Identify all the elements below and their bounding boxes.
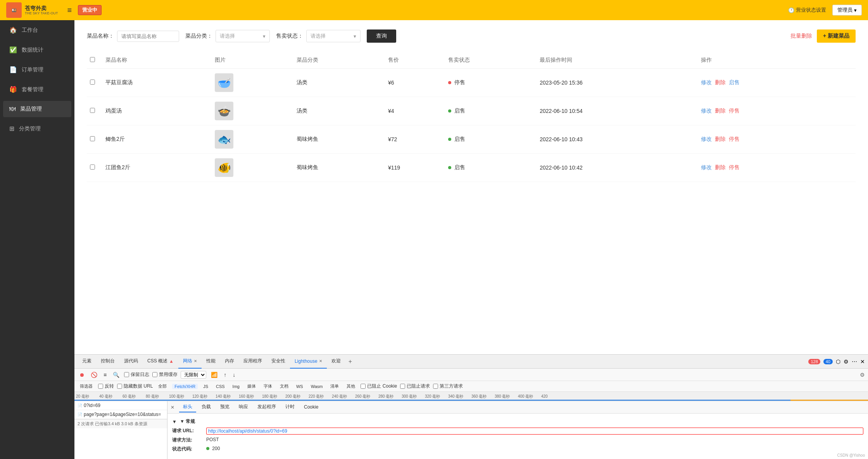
detail-tab-preview[interactable]: 预览	[216, 402, 233, 412]
devtools-tab-security[interactable]: 安全性	[267, 355, 290, 369]
sidebar-item-package-mgmt[interactable]: 🎁 套餐管理	[0, 80, 74, 99]
wifi-icon[interactable]: 📶	[209, 371, 219, 379]
filter-doc[interactable]: 文档	[278, 383, 291, 390]
file-icon-0: 📄	[78, 404, 82, 408]
filter-all[interactable]: 全部	[156, 383, 169, 390]
admin-btn[interactable]: 管理员 ▾	[832, 5, 862, 16]
action-修改[interactable]: 修改	[701, 164, 712, 170]
blocked-cookie-checkbox[interactable]: 已阻止 Cookie	[361, 383, 397, 390]
timeline-label-11: 240 毫秒	[332, 394, 355, 399]
timeline-label-20: 420	[541, 394, 564, 398]
preserve-log-checkbox[interactable]: 保留日志	[124, 371, 149, 378]
sidebar-label-package-mgmt: 套餐管理	[22, 86, 43, 93]
detail-tab-initiator[interactable]: 发起程序	[254, 402, 280, 412]
action-修改[interactable]: 修改	[701, 107, 712, 114]
filter-manifest[interactable]: 清单	[328, 383, 341, 390]
page-area: 菜品名称： 菜品分类： 请选择 ▾ 售卖状态： 请选择 ▾	[74, 20, 868, 354]
filter-css[interactable]: CSS	[214, 384, 227, 389]
action-停售[interactable]: 停售	[729, 107, 740, 114]
blocked-request-checkbox[interactable]: 已阻止请求	[400, 383, 430, 390]
devtools-tab-welcome[interactable]: 欢迎	[327, 355, 345, 369]
upload-icon[interactable]: ↑	[222, 371, 228, 379]
sidebar-item-order-mgmt[interactable]: 📄 订单管理	[0, 60, 74, 80]
disable-cache-checkbox[interactable]: 禁用缓存	[152, 371, 178, 378]
select-all-checkbox[interactable]	[90, 57, 95, 62]
main-content: 菜品名称： 菜品分类： 请选择 ▾ 售卖状态： 请选择 ▾	[74, 20, 868, 459]
biz-status-btn[interactable]: 🕐 营业状态设置	[788, 7, 826, 14]
devtools-tab-lighthouse[interactable]: Lighthouse ✕	[290, 355, 327, 369]
row-category-2: 蜀味烤鱼	[293, 125, 385, 154]
filter-js[interactable]: JS	[201, 384, 211, 389]
action-删除[interactable]: 删除	[715, 79, 726, 85]
action-删除[interactable]: 删除	[715, 107, 726, 114]
devtools-tab-memory[interactable]: 内存	[220, 355, 239, 369]
throttle-select[interactable]: 无限制	[181, 371, 206, 379]
sidebar-item-data-stats[interactable]: ✅ 数据统计	[0, 40, 74, 60]
devtools-tab-elements[interactable]: 元素	[78, 355, 96, 369]
row-checkbox-0[interactable]	[87, 69, 102, 97]
close-devtools-icon[interactable]: ✕	[860, 359, 865, 365]
search-button[interactable]: 🔍	[111, 371, 121, 379]
filter-wasm[interactable]: Wasm	[309, 384, 325, 389]
action-启售[interactable]: 启售	[729, 79, 740, 85]
row-time-2: 2022-06-10 10:43	[537, 125, 698, 154]
add-tab-button[interactable]: +	[345, 358, 355, 365]
devtools-tab-sources[interactable]: 源代码	[119, 355, 143, 369]
filter-media[interactable]: 媒体	[245, 383, 258, 390]
detail-tab-response[interactable]: 响应	[235, 402, 252, 412]
stop-button[interactable]: 🚫	[89, 371, 99, 379]
devtools-tab-application[interactable]: 应用程序	[239, 355, 267, 369]
record-button[interactable]: ⏺	[78, 371, 86, 379]
action-修改[interactable]: 修改	[701, 79, 712, 85]
filter-fetch-xhr[interactable]: Fetch/XHR	[172, 384, 198, 389]
row-checkbox-2[interactable]	[87, 125, 102, 154]
sidebar-item-workbench[interactable]: 🏠 工作台	[0, 20, 74, 40]
filter-ws[interactable]: WS	[294, 384, 305, 389]
settings-icon[interactable]: ⚙	[844, 359, 849, 365]
filter-other[interactable]: 其他	[344, 383, 357, 390]
sidebar-item-dish-mgmt[interactable]: 🍽 菜品管理	[3, 101, 71, 117]
close-lighthouse-tab[interactable]: ✕	[319, 359, 322, 363]
third-party-checkbox[interactable]: 第三方请求	[433, 383, 463, 390]
action-删除[interactable]: 删除	[715, 136, 726, 142]
filter-img[interactable]: Img	[230, 384, 242, 389]
dish-name-input[interactable]	[117, 31, 179, 42]
detail-close-btn[interactable]: ✕	[171, 405, 174, 410]
devtools-tab-console[interactable]: 控制台	[96, 355, 119, 369]
action-删除[interactable]: 删除	[715, 164, 726, 170]
list-item-0[interactable]: 📄 0?id=69	[74, 401, 167, 410]
row-img-3: 🐠	[212, 154, 293, 182]
device-icon[interactable]: ⬡	[836, 359, 840, 365]
detail-tab-timing[interactable]: 计时	[281, 402, 299, 412]
more-icon[interactable]: ⋯	[852, 359, 857, 365]
close-network-tab[interactable]: ✕	[194, 359, 197, 363]
devtools-tab-network[interactable]: 网络 ✕	[178, 355, 202, 369]
menu-icon[interactable]: ≡	[67, 6, 72, 15]
detail-value-url[interactable]: http://localhost/api/dish/status/0?id=69	[206, 428, 863, 435]
hide-data-urls-checkbox[interactable]: 隐藏数据 URL	[117, 383, 153, 390]
row-checkbox-3[interactable]	[87, 154, 102, 182]
status-select[interactable]: 请选择 ▾	[306, 30, 361, 42]
devtools-tab-performance[interactable]: 性能	[202, 355, 220, 369]
detail-tab-cookie[interactable]: Cookie	[300, 403, 322, 412]
sidebar-item-category-mgmt[interactable]: ⊞ 分类管理	[0, 119, 74, 139]
filter-font[interactable]: 字体	[261, 383, 274, 390]
download-icon[interactable]: ↓	[231, 371, 237, 379]
batch-delete-button[interactable]: 批量删除	[790, 33, 812, 40]
action-停售[interactable]: 停售	[729, 136, 740, 142]
sidebar-label-data-stats: 数据统计	[22, 47, 43, 54]
list-item-1[interactable]: 📄 page?page=1&pageSize=10&status=	[74, 410, 167, 419]
detail-tab-headers[interactable]: 标头	[179, 402, 196, 412]
action-修改[interactable]: 修改	[701, 136, 712, 142]
action-停售[interactable]: 停售	[729, 164, 740, 170]
devtools-tab-css[interactable]: CSS 概述 ▲	[143, 355, 178, 369]
clear-button[interactable]: ≡	[102, 371, 108, 379]
new-dish-button[interactable]: + 新建菜品	[817, 29, 856, 43]
query-button[interactable]: 查询	[367, 29, 396, 43]
invert-checkbox[interactable]: 反转	[98, 383, 114, 390]
error-badge: 128	[808, 359, 820, 364]
row-checkbox-1[interactable]	[87, 97, 102, 125]
devtools-settings-icon[interactable]: ⚙	[860, 372, 865, 378]
detail-tab-payload[interactable]: 负载	[198, 402, 215, 412]
category-select[interactable]: 请选择 ▾	[216, 30, 270, 42]
